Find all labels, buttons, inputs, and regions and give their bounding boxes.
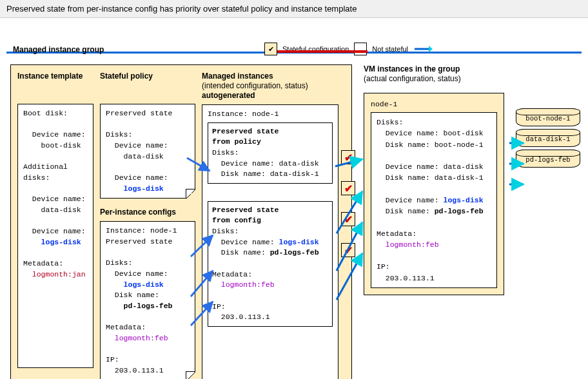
instance-template-title: Instance template (17, 72, 93, 100)
node-name: node-1 (371, 100, 497, 108)
stateful-policy-card: Preserved state Disks: Device name: data… (100, 104, 195, 199)
managed-instance-group-box: Instance template Boot disk: Device name… (10, 64, 352, 379)
managed-instances-title: Managed instances (intended configuratio… (202, 72, 338, 101)
vm-instances-area: VM instances in the group (actual config… (364, 64, 582, 379)
per-instance-card: Instance: node-1 Preserved state Disks: … (100, 221, 195, 379)
node-box: node-1 Disks: Device name: boot-disk Dis… (364, 93, 504, 295)
disk-cylinder-icon: data-disk-1 (516, 129, 580, 147)
disk-cylinder-icon: boot-node-1 (516, 108, 580, 126)
legend-stateful-label: Stateful configuration (282, 45, 349, 53)
svg-marker-1 (429, 46, 433, 52)
mig-label: Managed instance group (13, 45, 104, 54)
disk-stack: boot-node-1 data-disk-1 pd-logs-feb (516, 108, 580, 168)
checkmark-icon: ✔ (341, 150, 355, 164)
stateful-policy-title: Stateful policy (100, 72, 195, 100)
per-instance-title: Per-instance configs (100, 208, 195, 217)
managed-instance-card: Instance: node-1 Preserved state from po… (202, 104, 338, 379)
checkmark-icon: ✔ (341, 181, 355, 195)
vm-instances-title: VM instances in the group (actual config… (364, 64, 582, 93)
legend-arrow-icon (413, 43, 433, 55)
preserved-from-config: Preserved state from config Disks: Devic… (208, 201, 333, 327)
checkmark-icon: ✔ (341, 243, 355, 257)
legend-notstateful-label: Not stateful (372, 45, 408, 53)
instance-template-card: Boot disk: Device name: boot-disk Additi… (17, 104, 93, 368)
checkmark-icon: ✔ (264, 43, 277, 55)
checkmark-icon: ✔ (341, 212, 355, 226)
node-inner-card: Disks: Device name: boot-disk Disk name:… (371, 112, 497, 288)
disk-cylinder-icon: pd-logs-feb (516, 150, 580, 168)
legend-box-empty (354, 43, 367, 55)
page-title: Preserved state from per-instance config… (0, 0, 588, 18)
preserved-from-policy: Preserved state from policy Disks: Devic… (208, 122, 333, 184)
